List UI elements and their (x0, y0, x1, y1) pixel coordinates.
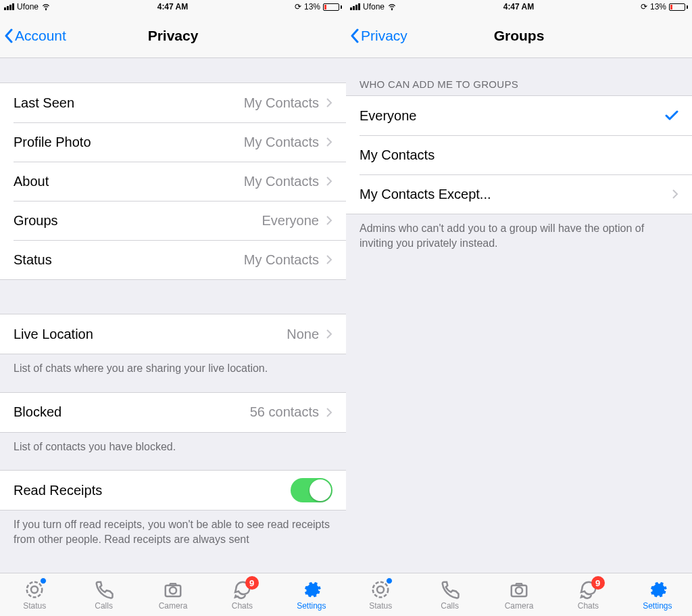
svg-point-4 (170, 587, 176, 594)
read-receipts-toggle[interactable] (291, 478, 332, 502)
content-privacy[interactable]: Last Seen My Contacts Profile Photo My C… (0, 58, 346, 573)
row-value: Everyone (262, 213, 320, 229)
tab-calls[interactable]: Calls (69, 573, 138, 616)
footer-read-receipts: If you turn off read receipts, you won't… (0, 511, 346, 563)
svg-point-1 (27, 582, 43, 597)
tab-label: Chats (578, 601, 599, 611)
chevron-right-icon (326, 215, 332, 226)
content-groups[interactable]: WHO CAN ADD ME TO GROUPS Everyone My Con… (346, 58, 692, 573)
footer-blocked: List of contacts you have blocked. (0, 433, 346, 471)
row-label: Groups (14, 213, 58, 229)
chats-badge: 9 (245, 576, 259, 590)
gear-icon (301, 579, 322, 600)
option-my-contacts[interactable]: My Contacts (346, 135, 692, 174)
chevron-right-icon (672, 189, 678, 199)
chevron-right-icon (326, 97, 332, 108)
signal-icon (4, 3, 14, 10)
signal-icon (350, 3, 360, 10)
tab-calls[interactable]: Calls (415, 573, 484, 616)
screen-privacy: Ufone 4:47 AM ⟳ 13% Account Privacy (0, 0, 346, 616)
row-last-seen[interactable]: Last Seen My Contacts (0, 83, 346, 122)
tab-label: Calls (441, 601, 459, 611)
groups-options: Everyone My Contacts My Contacts Except.… (346, 95, 692, 214)
row-live-location[interactable]: Live Location None (0, 314, 346, 354)
svg-point-0 (45, 9, 46, 10)
chevron-right-icon (326, 329, 332, 339)
privacy-group-read-receipts: Read Receipts (0, 470, 346, 511)
privacy-group-blocked: Blocked 56 contacts (0, 392, 346, 433)
tab-label: Camera (505, 601, 534, 611)
status-bar: Ufone 4:47 AM ⟳ 13% (0, 0, 346, 14)
phone-icon (94, 579, 114, 600)
option-my-contacts-except[interactable]: My Contacts Except... (346, 174, 692, 214)
tab-bar: Status Calls Camera 9 Chats Settings (346, 573, 692, 616)
nav-bar: Account Privacy (0, 14, 346, 58)
checkmark-icon (665, 110, 678, 121)
tab-status[interactable]: Status (0, 573, 69, 616)
screen-groups: Ufone 4:47 AM ⟳ 13% Privacy Groups WHO C… (346, 0, 692, 616)
tab-label: Calls (95, 601, 113, 611)
chevron-right-icon (326, 407, 332, 418)
tab-settings[interactable]: Settings (623, 573, 692, 616)
rotation-lock-icon: ⟳ (295, 2, 301, 11)
privacy-group-main: Last Seen My Contacts Profile Photo My C… (0, 82, 346, 280)
battery-percent: 13% (650, 2, 666, 11)
row-label: Live Location (14, 327, 93, 342)
row-status[interactable]: Status My Contacts (0, 240, 346, 279)
tab-label: Status (23, 601, 46, 611)
row-value: 56 contacts (250, 404, 319, 420)
tab-label: Camera (159, 601, 188, 611)
tab-label: Chats (232, 601, 253, 611)
section-header: WHO CAN ADD ME TO GROUPS (346, 58, 692, 95)
back-button[interactable]: Privacy (346, 28, 407, 44)
row-value: My Contacts (244, 135, 319, 150)
tab-chats[interactable]: 9 Chats (207, 573, 276, 616)
battery-icon (669, 3, 688, 11)
row-value: My Contacts (244, 174, 319, 189)
svg-point-2 (31, 586, 38, 593)
svg-point-7 (377, 586, 384, 593)
wifi-icon (387, 2, 397, 11)
row-label: Last Seen (14, 95, 74, 111)
option-everyone[interactable]: Everyone (346, 96, 692, 135)
option-label: My Contacts (360, 147, 435, 163)
battery-percent: 13% (304, 2, 320, 11)
tab-bar: Status Calls Camera 9 Chats Settings (0, 573, 346, 616)
back-button[interactable]: Account (0, 28, 66, 44)
svg-point-6 (373, 582, 389, 597)
wifi-icon (41, 2, 51, 11)
tab-status[interactable]: Status (346, 573, 415, 616)
chevron-right-icon (326, 176, 332, 187)
row-value: None (287, 327, 319, 342)
battery-icon (323, 3, 342, 11)
footer-groups: Admins who can't add you to a group will… (346, 214, 692, 266)
back-label: Privacy (361, 28, 407, 44)
row-profile-photo[interactable]: Profile Photo My Contacts (0, 122, 346, 162)
status-unread-dot (40, 577, 47, 584)
row-read-receipts: Read Receipts (0, 471, 346, 510)
tab-settings[interactable]: Settings (277, 573, 346, 616)
chevron-right-icon (326, 137, 332, 147)
tab-camera[interactable]: Camera (485, 573, 553, 616)
privacy-group-live-location: Live Location None (0, 314, 346, 354)
rotation-lock-icon: ⟳ (641, 2, 647, 11)
camera-icon (163, 579, 183, 600)
carrier-label: Ufone (17, 2, 39, 11)
row-value: My Contacts (244, 95, 319, 111)
camera-icon (509, 579, 529, 600)
chevron-left-icon (350, 28, 360, 43)
row-groups[interactable]: Groups Everyone (0, 201, 346, 240)
chats-badge: 9 (591, 576, 605, 590)
status-bar: Ufone 4:47 AM ⟳ 13% (346, 0, 692, 14)
footer-live-location: List of chats where you are sharing your… (0, 354, 346, 392)
tab-label: Settings (297, 601, 326, 611)
status-time: 4:47 AM (157, 2, 189, 11)
tab-camera[interactable]: Camera (139, 573, 207, 616)
tab-chats[interactable]: 9 Chats (553, 573, 622, 616)
row-about[interactable]: About My Contacts (0, 162, 346, 201)
svg-point-9 (516, 587, 522, 594)
back-label: Account (15, 28, 66, 44)
tab-label: Settings (643, 601, 672, 611)
option-label: My Contacts Except... (360, 187, 491, 202)
row-blocked[interactable]: Blocked 56 contacts (0, 393, 346, 432)
